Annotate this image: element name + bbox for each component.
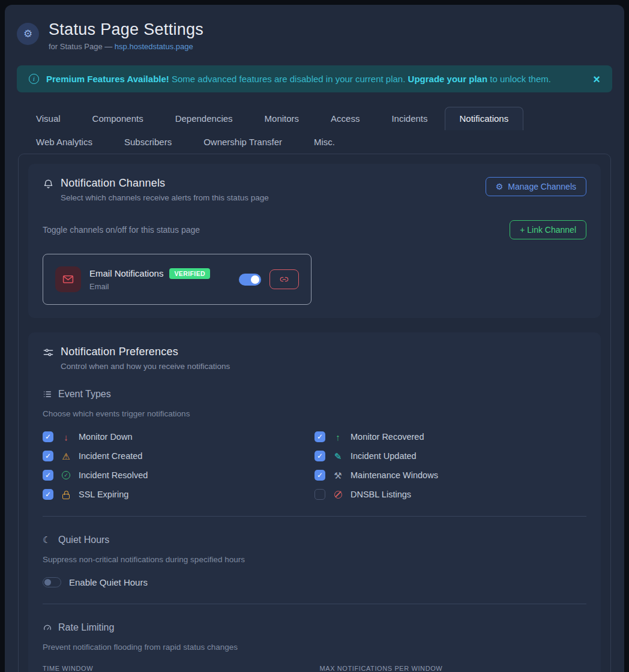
event-label: Maintenance Windows [351, 470, 438, 480]
quiet-hours-hint: Suppress non-critical notifications duri… [43, 555, 586, 564]
list-icon [43, 389, 53, 399]
event-checkbox[interactable]: ✓ [314, 431, 325, 442]
quiet-hours-toggle-label: Enable Quiet Hours [69, 577, 148, 587]
tab-components[interactable]: Components [77, 107, 158, 130]
manage-channels-button[interactable]: ⚙ Manage Channels [486, 177, 586, 196]
channels-subtitle: Select which channels receive alerts fro… [61, 193, 269, 202]
unlink-channel-button[interactable] [269, 269, 299, 289]
moon-icon: ☾ [43, 535, 53, 545]
event-label: Monitor Recovered [351, 432, 424, 442]
rate-limiting-heading: Rate Limiting [43, 622, 586, 633]
event-label: Incident Resolved [79, 470, 148, 480]
link-channel-button[interactable]: + Link Channel [510, 220, 586, 239]
bell-icon [43, 178, 55, 202]
pencil-icon: ✎ [333, 452, 343, 461]
page-header-text: Status Page Settings for Status Page — h… [49, 20, 203, 51]
notification-preferences-card: Notification Preferences Control when an… [28, 332, 601, 672]
tab-access[interactable]: Access [316, 107, 375, 130]
event-type-row: ✓↓Monitor Down [43, 431, 314, 442]
status-page-link[interactable]: hsp.hostedstatus.page [115, 42, 193, 51]
email-channel-toggle[interactable] [239, 274, 261, 286]
tab-ownership-transfer[interactable]: Ownership Transfer [188, 130, 297, 154]
event-checkbox[interactable]: ✓ [43, 451, 53, 461]
max-notifications-label: MAX NOTIFICATIONS PER WINDOW [320, 665, 587, 672]
tab-visual[interactable]: Visual [21, 107, 76, 130]
event-types-grid: ✓↓Monitor Down✓↑Monitor Recovered✓⚠Incid… [43, 431, 586, 500]
gear-icon: ⚙ [496, 182, 504, 191]
tab-notifications[interactable]: Notifications [445, 107, 524, 130]
event-types-heading: Event Types [43, 389, 586, 400]
channel-name: Email Notifications [89, 268, 163, 278]
banner-close-icon[interactable]: × [593, 73, 600, 85]
channel-type: Email [89, 282, 223, 291]
event-type-row: ✓✓Incident Resolved [43, 470, 314, 481]
upgrade-plan-link[interactable]: Upgrade your plan [408, 74, 488, 84]
arrow-up-icon: ↑ [333, 433, 343, 442]
quiet-hours-toggle[interactable] [43, 577, 61, 587]
sliders-icon [43, 347, 55, 371]
tools-icon: ⚒ [333, 471, 343, 480]
tab-content: Notification Channels Select which chann… [18, 154, 611, 672]
premium-banner-text: Premium Features Available! Some advance… [46, 74, 551, 84]
time-window-field: TIME WINDOW 15 minutes [43, 665, 310, 672]
event-label: Incident Updated [351, 451, 417, 461]
event-checkbox[interactable] [314, 489, 325, 500]
premium-banner: i Premium Features Available! Some advan… [17, 65, 612, 92]
quiet-hours-heading: ☾ Quiet Hours [43, 535, 586, 545]
tab-misc[interactable]: Misc. [299, 130, 350, 154]
notification-channels-card: Notification Channels Select which chann… [28, 164, 601, 318]
prohibited-icon [333, 491, 343, 499]
verified-badge: VERIFIED [169, 268, 210, 279]
arrow-down-icon: ↓ [61, 433, 71, 442]
page-subtitle: for Status Page — hsp.hostedstatus.page [49, 42, 203, 51]
preferences-subtitle: Control when and how you receive notific… [61, 362, 230, 371]
tab-monitors[interactable]: Monitors [250, 107, 314, 130]
divider [43, 604, 586, 604]
event-type-row: ✓⚠Incident Created [43, 451, 314, 461]
warning-icon: ⚠ [61, 452, 71, 461]
email-icon [55, 266, 81, 292]
event-checkbox[interactable]: ✓ [43, 489, 53, 500]
rate-limiting-hint: Prevent notification flooding from rapid… [43, 643, 586, 652]
settings-window: ⚙ Status Page Settings for Status Page —… [5, 5, 624, 672]
event-type-row: ✓✎Incident Updated [314, 451, 586, 461]
lock-icon [61, 490, 71, 499]
event-type-row: DNSBL Listings [314, 489, 586, 500]
email-channel-card: Email Notifications VERIFIED Email [43, 254, 311, 305]
event-types-hint: Choose which events trigger notification… [43, 409, 586, 418]
check-circle-icon: ✓ [61, 471, 71, 479]
event-type-row: ✓⚒Maintenance Windows [314, 470, 586, 481]
event-label: Monitor Down [79, 432, 132, 442]
event-checkbox[interactable]: ✓ [314, 451, 325, 461]
event-label: DNSBL Listings [351, 490, 411, 499]
divider [43, 516, 586, 517]
gauge-icon [43, 623, 53, 632]
event-type-row: ✓↑Monitor Recovered [314, 431, 586, 442]
channels-title: Notification Channels [61, 177, 269, 190]
tab-dependencies[interactable]: Dependencies [160, 107, 248, 130]
page-header: ⚙ Status Page Settings for Status Page —… [5, 5, 624, 61]
event-label: SSL Expiring [79, 490, 128, 499]
page-title: Status Page Settings [49, 20, 203, 39]
preferences-title: Notification Preferences [61, 346, 230, 358]
settings-tabs: VisualComponentsDependenciesMonitorsAcce… [21, 107, 608, 154]
event-label: Incident Created [79, 451, 142, 461]
tab-web-analytics[interactable]: Web Analytics [21, 130, 107, 154]
info-icon: i [29, 74, 39, 84]
tab-incidents[interactable]: Incidents [376, 107, 442, 130]
event-checkbox[interactable]: ✓ [43, 470, 53, 481]
chain-link-icon [280, 275, 289, 284]
max-notifications-field: MAX NOTIFICATIONS PER WINDOW 10 [320, 665, 587, 672]
tab-subscribers[interactable]: Subscribers [109, 130, 187, 154]
time-window-label: TIME WINDOW [43, 665, 310, 672]
settings-gear-icon: ⚙ [17, 23, 39, 45]
toggle-channels-hint: Toggle channels on/off for this status p… [43, 225, 200, 235]
event-checkbox[interactable]: ✓ [314, 470, 325, 481]
event-type-row: ✓SSL Expiring [43, 489, 314, 500]
event-checkbox[interactable]: ✓ [43, 431, 53, 442]
